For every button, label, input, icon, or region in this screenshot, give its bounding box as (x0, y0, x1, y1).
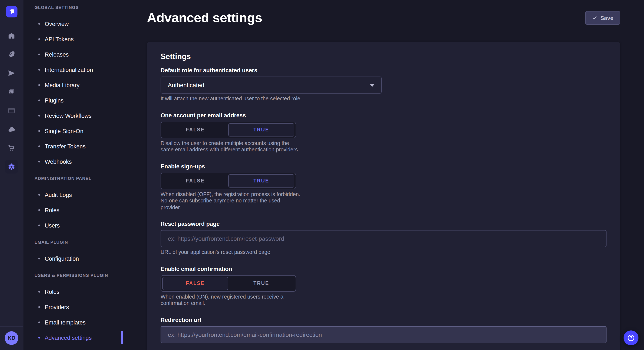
sidebar-item-single-sign-on[interactable]: Single Sign-On (24, 123, 123, 139)
field-hint: When disabled (OFF), the registration pr… (160, 191, 302, 211)
settings-icon[interactable] (0, 157, 23, 176)
sidebar-item-admin-roles[interactable]: Roles (24, 202, 123, 218)
sidebar-item-api-tokens[interactable]: API Tokens (24, 31, 123, 47)
sidebar-item-label: Advanced settings (45, 335, 92, 341)
home-icon[interactable] (0, 26, 23, 45)
toggle-false-option[interactable]: FALSE (162, 123, 228, 136)
field-one-account-per-email: One account per email address FALSE TRUE… (160, 112, 606, 153)
sidebar-item-label: Webhooks (45, 159, 72, 165)
subnav-section-administration-panel: ADMINISTRATION PANEL Audit Logs Roles Us… (24, 176, 123, 233)
bullet-icon (38, 146, 40, 147)
toggle-true-option[interactable]: TRUE (228, 277, 294, 290)
page-header: Advanced settings Save (147, 10, 620, 25)
save-button[interactable]: Save (585, 11, 620, 25)
section-title: GLOBAL SETTINGS (24, 5, 123, 10)
rail-bottom: KD (0, 326, 23, 350)
help-button[interactable] (624, 331, 638, 345)
sidebar-item-advanced-settings[interactable]: Advanced settings (24, 330, 123, 345)
field-label: Enable email confirmation (160, 265, 606, 272)
bullet-icon (38, 258, 40, 259)
sidebar-item-label: Transfer Tokens (45, 143, 86, 150)
subnav-section-global-settings: GLOBAL SETTINGS Overview API Tokens Rele… (24, 5, 123, 169)
bullet-icon (38, 306, 40, 308)
sidebar-item-providers[interactable]: Providers (24, 299, 123, 315)
screen: KD GLOBAL SETTINGS Overview API Tokens R… (0, 0, 644, 350)
cloud-icon[interactable] (0, 120, 23, 139)
cart-icon[interactable] (0, 139, 23, 157)
sidebar-item-internationalization[interactable]: Internationalization (24, 62, 123, 77)
toggle-true-option[interactable]: TRUE (228, 123, 294, 136)
bullet-icon (38, 38, 40, 40)
sidebar-item-media-library[interactable]: Media Library (24, 77, 123, 93)
bullet-icon (38, 194, 40, 196)
rail-divider (0, 23, 23, 23)
sidebar-item-overview[interactable]: Overview (24, 16, 123, 31)
field-hint: URL of your application's reset password… (160, 249, 606, 256)
strapi-logo[interactable] (6, 6, 17, 17)
bullet-icon (38, 161, 40, 163)
subnav-section-users-permissions-plugin: USERS & PERMISSIONS PLUGIN Roles Provide… (24, 273, 123, 345)
field-label: Default role for authenticated users (160, 67, 606, 74)
settings-subnav: GLOBAL SETTINGS Overview API Tokens Rele… (24, 0, 123, 350)
bullet-icon (38, 100, 40, 101)
sidebar-item-label: Media Library (45, 82, 80, 88)
rail-nav (0, 26, 23, 176)
feather-icon[interactable] (0, 45, 23, 64)
email-confirmation-toggle: FALSE TRUE (160, 275, 296, 292)
save-button-label: Save (600, 15, 613, 21)
sidebar-item-email-configuration[interactable]: Configuration (24, 251, 123, 266)
sidebar-item-label: Roles (45, 207, 60, 213)
avatar[interactable]: KD (5, 331, 18, 345)
sidebar-item-audit-logs[interactable]: Audit Logs (24, 187, 123, 202)
main-content: Advanced settings Save Settings Default … (123, 0, 644, 350)
gear-icon (7, 163, 16, 171)
send-icon[interactable] (0, 64, 23, 82)
bullet-icon (38, 69, 40, 71)
sidebar-item-label: Single Sign-On (45, 128, 84, 134)
bullet-icon (38, 84, 40, 86)
sidebar-item-transfer-tokens[interactable]: Transfer Tokens (24, 139, 123, 154)
field-label: Enable sign-ups (160, 163, 606, 170)
sidebar-item-label: Plugins (45, 97, 64, 104)
toggle-true-option[interactable]: TRUE (228, 174, 294, 187)
sidebar-item-plugins[interactable]: Plugins (24, 93, 123, 108)
strapi-logo-icon (8, 8, 16, 16)
sidebar-item-review-workflows[interactable]: Review Workflows (24, 108, 123, 123)
field-hint: Disallow the user to create multiple acc… (160, 140, 302, 153)
sidebar-item-label: Roles (45, 289, 60, 295)
media-library-icon[interactable] (0, 82, 23, 101)
sidebar-item-email-templates[interactable]: Email templates (24, 315, 123, 330)
toggle-false-option[interactable]: FALSE (162, 174, 228, 187)
bullet-icon (38, 130, 40, 132)
sidebar-item-releases[interactable]: Releases (24, 47, 123, 62)
main-nav-rail: KD (0, 0, 24, 350)
rail-bottom-divider (0, 326, 24, 327)
field-enable-email-confirmation: Enable email confirmation FALSE TRUE Whe… (160, 265, 606, 307)
field-hint: When enabled (ON), new registered users … (160, 294, 302, 307)
sidebar-item-webhooks[interactable]: Webhooks (24, 154, 123, 169)
field-redirection-url: Redirection url (160, 316, 606, 343)
layout-icon[interactable] (0, 101, 23, 120)
field-enable-sign-ups: Enable sign-ups FALSE TRUE When disabled… (160, 163, 606, 211)
active-icon-tile (5, 160, 18, 174)
settings-card: Settings Default role for authenticated … (147, 42, 620, 350)
field-label: One account per email address (160, 112, 606, 119)
bullet-icon (38, 209, 40, 211)
sidebar-item-label: Providers (45, 304, 69, 310)
sidebar-item-label: Review Workflows (45, 113, 92, 119)
sidebar-item-label: Configuration (45, 255, 79, 262)
sidebar-item-admin-users[interactable]: Users (24, 218, 123, 233)
default-role-select[interactable]: Authenticated (160, 77, 382, 94)
field-label: Reset password page (160, 220, 606, 227)
toggle-false-option[interactable]: FALSE (162, 277, 228, 290)
sidebar-item-label: Internationalization (45, 67, 93, 73)
reset-password-input[interactable] (160, 230, 606, 247)
section-title: ADMINISTRATION PANEL (24, 176, 123, 181)
check-icon (592, 15, 597, 20)
sidebar-item-up-roles[interactable]: Roles (24, 284, 123, 299)
chevron-down-icon (370, 84, 375, 87)
settings-section-title: Settings (160, 52, 606, 61)
redirection-url-input[interactable] (160, 326, 606, 343)
bullet-icon (38, 54, 40, 55)
sidebar-item-label: Overview (45, 21, 69, 27)
